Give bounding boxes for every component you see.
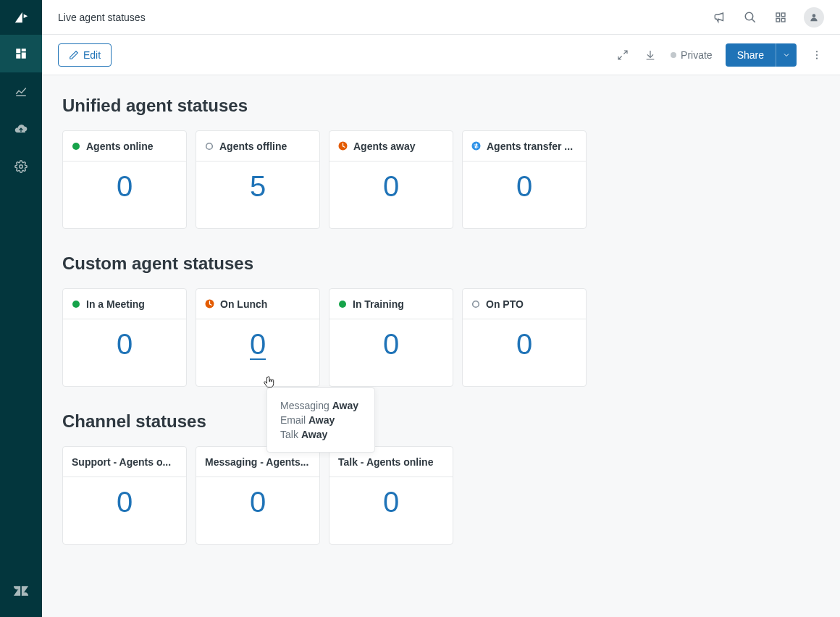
more-actions-button[interactable] <box>810 49 824 61</box>
card-value[interactable]: 0 <box>117 172 133 201</box>
toolbar: Edit Private Share <box>42 35 840 75</box>
section-title-channel: Channel statuses <box>62 411 827 432</box>
card-body: 0 <box>463 161 586 228</box>
download-icon[interactable] <box>643 48 658 62</box>
status-dot-icon <box>338 300 347 308</box>
nav-cloud[interactable] <box>0 110 42 148</box>
card-label: Support - Agents o... <box>72 456 171 468</box>
svg-point-11 <box>812 14 816 17</box>
svg-point-4 <box>20 165 23 169</box>
apps-grid-icon[interactable] <box>773 10 788 25</box>
pencil-icon <box>69 50 79 60</box>
nav-dashboard[interactable] <box>0 35 42 72</box>
card-label: In a Meeting <box>86 298 145 310</box>
card-value[interactable]: 0 <box>117 487 133 516</box>
expand-icon[interactable] <box>616 48 630 62</box>
card-value[interactable]: 0 <box>516 172 532 201</box>
metric-card[interactable]: In Training0 <box>329 288 453 387</box>
card-label: On Lunch <box>220 298 267 310</box>
visibility-label: Private <box>671 49 713 61</box>
status-dot-icon <box>471 300 480 308</box>
chevron-down-icon <box>782 51 791 59</box>
svg-point-16 <box>206 143 213 149</box>
status-dot-icon <box>72 300 80 308</box>
svg-rect-3 <box>16 54 20 59</box>
status-tooltip: Messaging AwayEmail AwayTalk Away <box>266 387 375 453</box>
svg-rect-2 <box>22 53 26 59</box>
tooltip-channel: Email <box>280 414 306 426</box>
metric-card[interactable]: Agents away0 <box>329 130 453 229</box>
card-body: 0 <box>329 319 453 386</box>
megaphone-icon[interactable] <box>713 10 727 25</box>
card-body: 5 <box>196 161 319 228</box>
metric-card[interactable]: Agents offline5 <box>196 130 320 229</box>
card-label: Agents away <box>353 140 416 152</box>
card-body: 0 <box>63 161 186 228</box>
metric-card[interactable]: Support - Agents o...0 <box>62 446 187 545</box>
svg-point-22 <box>473 301 479 307</box>
metric-card[interactable]: Talk - Agents online0 <box>329 446 453 545</box>
svg-point-14 <box>816 57 818 59</box>
card-body: 0 <box>463 319 586 386</box>
topbar: Live agent statuses <box>42 0 840 35</box>
svg-rect-1 <box>22 49 26 51</box>
card-header: On PTO <box>463 289 586 319</box>
card-value[interactable]: 0 <box>117 330 133 358</box>
custom-cards-row: In a Meeting0On Lunch0In Training0On PTO… <box>62 288 827 387</box>
share-button-group: Share <box>726 43 797 67</box>
section-title-custom: Custom agent statuses <box>62 253 827 274</box>
card-label: Agents offline <box>219 140 287 152</box>
zendesk-logo-icon[interactable] <box>0 572 42 610</box>
card-value[interactable]: 5 <box>250 172 266 201</box>
tooltip-row: Email Away <box>280 413 361 427</box>
svg-point-15 <box>72 143 80 150</box>
nav-analytics[interactable] <box>0 72 42 110</box>
card-label: Messaging - Agents... <box>205 456 308 468</box>
svg-rect-8 <box>781 13 785 17</box>
card-body: 0 <box>196 319 319 386</box>
svg-rect-9 <box>776 18 780 22</box>
tooltip-row: Talk Away <box>280 427 361 442</box>
svg-rect-10 <box>781 18 785 22</box>
card-label: Agents online <box>86 140 154 152</box>
svg-line-6 <box>752 19 755 22</box>
metric-card[interactable]: On Lunch0 <box>196 288 320 387</box>
card-value[interactable]: 0 <box>383 330 399 358</box>
card-header: In Training <box>329 289 453 319</box>
card-header: Agents away <box>329 131 453 161</box>
card-value[interactable]: 0 <box>383 487 399 516</box>
left-sidebar <box>0 0 42 617</box>
card-value[interactable]: 0 <box>383 172 399 201</box>
card-body: 0 <box>63 319 186 386</box>
svg-point-21 <box>339 301 346 308</box>
share-dropdown-button[interactable] <box>776 43 797 67</box>
share-button[interactable]: Share <box>726 43 776 67</box>
svg-rect-7 <box>776 13 780 17</box>
tooltip-row: Messaging Away <box>280 398 361 413</box>
metric-card[interactable]: Agents online0 <box>62 130 187 229</box>
card-value[interactable]: 0 <box>250 330 266 360</box>
card-value[interactable]: 0 <box>250 487 266 516</box>
nav-settings[interactable] <box>0 148 42 185</box>
toolbar-right: Private Share <box>616 43 824 67</box>
topbar-actions <box>713 7 824 28</box>
metric-card[interactable]: On PTO0 <box>462 288 587 387</box>
metric-card[interactable]: Messaging - Agents...0 <box>196 446 320 545</box>
metric-card[interactable]: Agents transfer ...0 <box>462 130 587 229</box>
card-header: On Lunch <box>196 289 319 319</box>
tooltip-status: Away <box>332 400 358 411</box>
card-body: 0 <box>63 477 186 544</box>
card-value[interactable]: 0 <box>516 330 532 358</box>
status-dot-icon <box>205 299 214 308</box>
card-body: 0 <box>329 477 453 544</box>
svg-point-12 <box>816 51 818 52</box>
tooltip-status: Away <box>301 429 327 440</box>
logo[interactable] <box>0 0 42 35</box>
card-body: 0 <box>196 477 319 544</box>
metric-card[interactable]: In a Meeting0 <box>62 288 187 387</box>
search-icon[interactable] <box>743 10 757 25</box>
status-dot-icon <box>72 142 80 151</box>
status-dot-icon <box>471 141 481 151</box>
avatar[interactable] <box>804 7 824 28</box>
edit-button[interactable]: Edit <box>58 43 112 67</box>
